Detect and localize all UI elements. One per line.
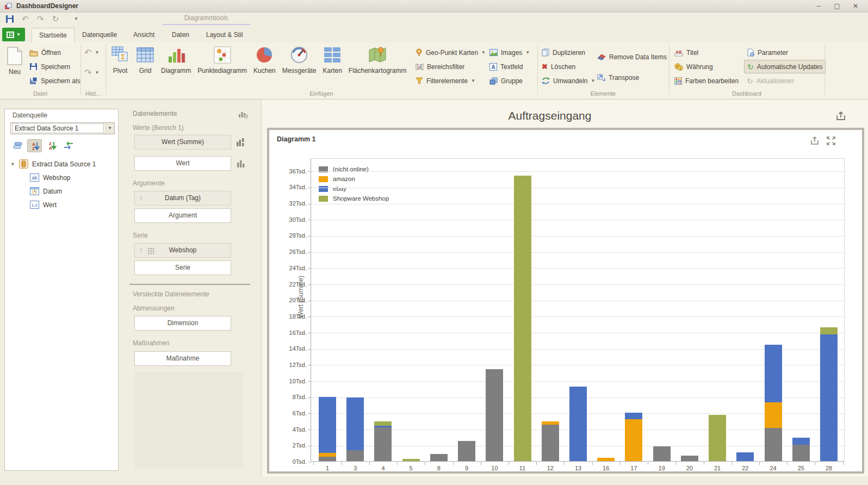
bar-options-icon[interactable] bbox=[236, 158, 246, 168]
data-item-placeholder-argument[interactable]: Argument bbox=[134, 208, 231, 223]
data-item-placeholder-serie[interactable]: Serie bbox=[134, 260, 231, 275]
export-icon[interactable] bbox=[835, 110, 846, 121]
bereichsfilter-button[interactable]: Bereichsfilter bbox=[416, 60, 486, 73]
bar-segment[interactable] bbox=[765, 402, 782, 428]
bar-segment[interactable] bbox=[319, 397, 336, 453]
data-item-placeholder-wert[interactable]: Wert bbox=[134, 156, 231, 171]
messgeraete-button[interactable]: Messgeräte bbox=[279, 43, 320, 86]
oeffnen-button[interactable]: Öffnen bbox=[29, 46, 80, 59]
tree-node-datum[interactable]: Datum bbox=[30, 184, 62, 198]
chart-plot-area[interactable]: (nicht online)amazonebayShopware Webshop… bbox=[311, 158, 845, 462]
data-item-webshop[interactable]: ↑ Webshop bbox=[134, 243, 231, 258]
bar-segment[interactable] bbox=[319, 453, 336, 457]
bar-segment[interactable] bbox=[820, 327, 838, 334]
bar-segment[interactable] bbox=[625, 419, 642, 461]
bar-segment[interactable] bbox=[765, 428, 782, 461]
bar-segment[interactable] bbox=[402, 459, 420, 461]
bar-options-icon[interactable] bbox=[236, 137, 246, 147]
geo-punkt-karten-button[interactable]: Geo-Punkt Karten ▼ bbox=[416, 46, 486, 59]
data-item-placeholder-dimension[interactable]: Dimension bbox=[134, 316, 231, 331]
bar-segment[interactable] bbox=[458, 441, 475, 461]
bar-segment[interactable] bbox=[374, 426, 392, 427]
speichern-als-button[interactable]: Speichern als bbox=[29, 74, 80, 88]
bar-segment[interactable] bbox=[486, 369, 503, 461]
app-menu-button[interactable]: ▼ bbox=[2, 28, 25, 41]
tree-node-datasource-root[interactable]: ▼ Extract Data Source 1 bbox=[10, 157, 96, 171]
bar-segment[interactable] bbox=[569, 387, 587, 461]
loeschen-button[interactable]: ✖ Löschen bbox=[542, 60, 595, 73]
bar-segment[interactable] bbox=[709, 415, 726, 461]
tab-daten[interactable]: Daten bbox=[165, 28, 196, 42]
punktediagramm-button[interactable]: Punktediagramm bbox=[194, 43, 250, 86]
undo-history-button[interactable]: ↶ ▼ bbox=[84, 46, 99, 59]
tab-layout-stil[interactable]: Layout & Stil bbox=[199, 28, 250, 42]
datasource-combobox[interactable]: Extract Data Source 1 ▼ bbox=[10, 122, 115, 134]
bar-segment[interactable] bbox=[736, 452, 754, 461]
flaechenkartogramm-button[interactable]: Flächenkartogramm bbox=[345, 43, 410, 86]
bar-segment[interactable] bbox=[625, 413, 642, 419]
qat-chevron-down-icon[interactable]: ▼ bbox=[70, 13, 83, 25]
kuchen-button[interactable]: Kuchen bbox=[250, 43, 279, 86]
bar-segment[interactable] bbox=[374, 427, 392, 461]
textfeld-button[interactable]: A Textfeld bbox=[489, 60, 530, 73]
bar-segment[interactable] bbox=[346, 450, 364, 461]
bar-segment[interactable] bbox=[820, 334, 838, 461]
filterelemente-button[interactable]: Filterelemente ▼ bbox=[416, 74, 486, 88]
swap-order-button[interactable] bbox=[61, 139, 76, 152]
karten-button[interactable]: Karten bbox=[319, 43, 345, 86]
data-item-wert-summe[interactable]: Wert (Summe) bbox=[134, 135, 231, 150]
bar-segment[interactable] bbox=[514, 176, 531, 461]
farben-bearbeiten-button[interactable]: Farben bearbeiten bbox=[674, 74, 739, 88]
minimize-button[interactable]: – bbox=[809, 0, 828, 12]
bar-segment[interactable] bbox=[653, 446, 671, 461]
context-tab-diagrammtools[interactable]: Diagrammtools bbox=[162, 14, 250, 22]
maximize-button[interactable]: ▢ bbox=[828, 0, 846, 12]
tab-startseite[interactable]: Startseite bbox=[32, 28, 75, 43]
tab-ansicht[interactable]: Ansicht bbox=[126, 28, 162, 42]
gruppe-button[interactable]: Gruppe bbox=[489, 74, 530, 88]
pivot-button[interactable]: Σ Pivot bbox=[108, 43, 133, 86]
remove-data-items-button[interactable]: Remove Data Items bbox=[597, 50, 667, 64]
refresh-icon[interactable]: ↻ bbox=[49, 13, 62, 25]
waehrung-button[interactable]: €$ Währung bbox=[674, 60, 739, 73]
tree-node-wert[interactable]: 1,2 Wert bbox=[30, 198, 57, 212]
grid-button[interactable]: Grid bbox=[133, 43, 158, 86]
combobox-chevron-down-icon[interactable]: ▼ bbox=[105, 123, 114, 134]
flat-view-button[interactable] bbox=[10, 139, 25, 152]
dashboard-title[interactable]: Auftragseingang bbox=[262, 109, 838, 122]
bar-segment[interactable] bbox=[597, 458, 615, 461]
bar-segment[interactable] bbox=[792, 445, 810, 461]
sort-az-button[interactable]: AZ bbox=[27, 139, 42, 152]
close-button[interactable]: ✕ bbox=[846, 0, 865, 12]
aktualisieren-button[interactable]: ↻ Aktualisieren bbox=[744, 74, 826, 88]
bar-segment[interactable] bbox=[430, 454, 448, 461]
parameter-button[interactable]: Parameter bbox=[744, 46, 826, 59]
bar-segment[interactable] bbox=[765, 345, 782, 402]
tree-node-webshop[interactable]: ab Webshop bbox=[30, 171, 70, 184]
images-button[interactable]: Images ▼ bbox=[489, 46, 530, 59]
tab-datenquelle[interactable]: Datenquelle bbox=[75, 28, 124, 42]
undo-icon[interactable]: ↶ bbox=[18, 13, 32, 25]
sort-za-button[interactable]: ZA bbox=[44, 139, 59, 152]
save-icon[interactable] bbox=[3, 13, 16, 25]
bar-segment[interactable] bbox=[542, 425, 559, 461]
data-item-datum-tag[interactable]: ↑ Datum (Tag) bbox=[134, 191, 231, 206]
diagramm-button[interactable]: Diagramm bbox=[158, 43, 194, 86]
bar-segment[interactable] bbox=[542, 421, 559, 425]
tree-expander-icon[interactable]: ▼ bbox=[10, 161, 15, 167]
bar-segment[interactable] bbox=[319, 457, 336, 461]
data-item-placeholder-massnahme[interactable]: Maßnahme bbox=[134, 351, 231, 366]
bar-segment[interactable] bbox=[346, 397, 364, 450]
automatische-updates-button[interactable]: ↻ Automatische Updates bbox=[744, 60, 826, 73]
chart-item[interactable]: Diagramm 1 Wert (Summe) (nicht online)am… bbox=[267, 128, 864, 474]
bar-segment[interactable] bbox=[374, 421, 392, 426]
umwandeln-button[interactable]: Umwandeln ▼ bbox=[542, 74, 595, 88]
duplizieren-button[interactable]: Duplizieren bbox=[542, 46, 595, 59]
redo-history-button[interactable]: ↷ ▼ bbox=[84, 66, 99, 79]
speichern-button[interactable]: Speichern bbox=[29, 60, 80, 73]
bar-segment[interactable] bbox=[792, 438, 810, 445]
bar-segment[interactable] bbox=[681, 456, 698, 461]
transpose-button[interactable]: Transpose bbox=[597, 71, 667, 84]
add-data-item-icon[interactable] bbox=[238, 110, 248, 119]
redo-icon[interactable]: ↷ bbox=[34, 13, 47, 25]
